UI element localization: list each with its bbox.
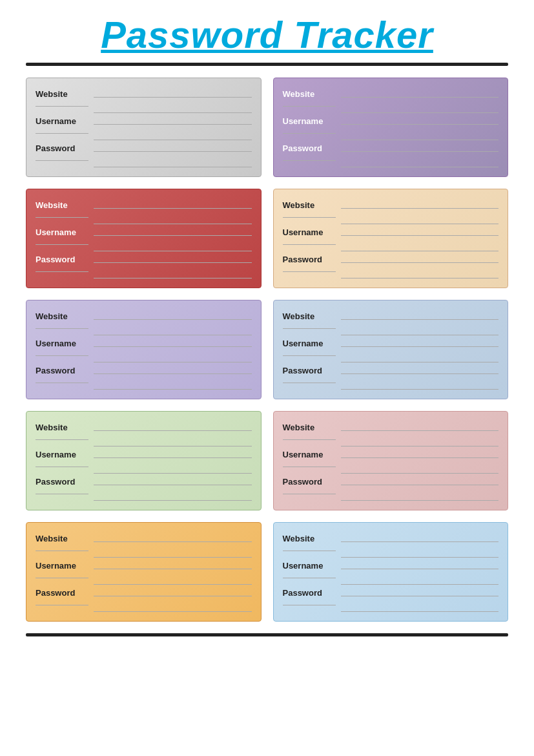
username-input-line-1[interactable] (94, 224, 252, 236)
website-input-line-1[interactable] (94, 308, 252, 320)
card-fields-col (94, 308, 252, 390)
field-group-username (341, 113, 499, 140)
password-input-line-2[interactable] (341, 600, 499, 612)
password-input-line-1[interactable] (341, 140, 499, 152)
label-underline (283, 605, 336, 605)
username-input-line-1[interactable] (341, 558, 499, 569)
website-input-line-1[interactable] (341, 86, 499, 98)
password-input-line-1[interactable] (341, 251, 499, 263)
field-group-password (94, 474, 252, 501)
password-input-line-1[interactable] (94, 474, 252, 485)
website-input-line-2[interactable] (341, 324, 499, 335)
password-input-line-1[interactable] (94, 140, 252, 152)
website-input-line-2[interactable] (341, 546, 499, 558)
website-input-line-1[interactable] (341, 308, 499, 320)
password-input-line-2[interactable] (341, 489, 499, 501)
password-input-line-1[interactable] (94, 585, 252, 596)
password-input-line-2[interactable] (94, 267, 252, 278)
field-group-password (341, 585, 499, 612)
username-input-line-2[interactable] (94, 129, 252, 140)
label-underline (283, 244, 336, 245)
username-input-line-2[interactable] (341, 129, 499, 140)
username-input-line-2[interactable] (341, 573, 499, 585)
password-card-3-0: WebsiteUsernamePassword (26, 411, 262, 510)
username-input-line-2[interactable] (94, 462, 252, 474)
username-input-line-2[interactable] (341, 351, 499, 362)
password-input-line-2[interactable] (94, 156, 252, 167)
password-input-line-1[interactable] (94, 251, 252, 263)
website-input-line-2[interactable] (94, 324, 252, 335)
website-input-line-1[interactable] (341, 419, 499, 431)
card-label-password: Password (36, 588, 88, 599)
website-input-line-2[interactable] (94, 213, 252, 224)
label-underline (283, 217, 336, 218)
cards-row-1: WebsiteUsernamePasswordWebsiteUsernamePa… (26, 189, 508, 288)
cards-row-3: WebsiteUsernamePasswordWebsiteUsernamePa… (26, 411, 508, 510)
card-labels-col: WebsiteUsernamePassword (36, 86, 94, 167)
username-input-line-2[interactable] (94, 351, 252, 362)
field-group-username (94, 335, 252, 362)
username-input-line-1[interactable] (94, 446, 252, 458)
field-group-username (341, 335, 499, 362)
password-input-line-2[interactable] (94, 378, 252, 390)
website-input-line-1[interactable] (94, 86, 252, 98)
website-input-line-1[interactable] (341, 197, 499, 209)
card-labels-col: WebsiteUsernamePassword (283, 419, 341, 501)
card-labels-col: WebsiteUsernamePassword (283, 308, 341, 390)
bottom-divider (26, 633, 508, 636)
password-card-3-1: WebsiteUsernamePassword (273, 411, 509, 510)
card-labels-col: WebsiteUsernamePassword (36, 530, 94, 612)
label-underline (283, 494, 336, 494)
field-group-website (341, 419, 499, 446)
card-label-username: Username (283, 561, 336, 572)
website-input-line-2[interactable] (341, 101, 499, 113)
label-underline (36, 439, 88, 440)
card-label-password: Password (36, 255, 88, 266)
username-input-line-1[interactable] (341, 335, 499, 347)
card-label-website: Website (283, 534, 336, 545)
website-input-line-1[interactable] (341, 530, 499, 542)
website-input-line-2[interactable] (94, 435, 252, 446)
website-input-line-2[interactable] (341, 435, 499, 446)
label-underline (36, 383, 88, 383)
website-input-line-2[interactable] (94, 101, 252, 113)
card-labels-col: WebsiteUsernamePassword (36, 308, 94, 390)
username-input-line-1[interactable] (94, 113, 252, 125)
password-input-line-2[interactable] (341, 267, 499, 278)
field-group-website (94, 86, 252, 113)
username-input-line-1[interactable] (341, 224, 499, 236)
cards-row-0: WebsiteUsernamePasswordWebsiteUsernamePa… (26, 78, 508, 177)
password-input-line-1[interactable] (341, 474, 499, 485)
password-input-line-2[interactable] (341, 156, 499, 167)
card-label-website: Website (283, 423, 336, 434)
card-labels-col: WebsiteUsernamePassword (283, 197, 341, 278)
username-input-line-2[interactable] (94, 573, 252, 585)
card-labels-col: WebsiteUsernamePassword (283, 530, 341, 612)
website-input-line-1[interactable] (94, 530, 252, 542)
card-fields-col (341, 419, 499, 501)
website-input-line-2[interactable] (94, 546, 252, 558)
password-input-line-1[interactable] (341, 585, 499, 596)
password-input-line-1[interactable] (341, 362, 499, 374)
username-input-line-2[interactable] (341, 240, 499, 251)
password-input-line-2[interactable] (94, 600, 252, 612)
card-label-password: Password (283, 366, 336, 377)
website-input-line-2[interactable] (341, 213, 499, 224)
label-underline (36, 328, 88, 329)
username-input-line-2[interactable] (341, 462, 499, 474)
password-input-line-2[interactable] (341, 378, 499, 390)
card-label-username: Username (36, 339, 88, 350)
card-labels-col: WebsiteUsernamePassword (283, 86, 341, 167)
website-input-line-1[interactable] (94, 419, 252, 431)
field-group-website (341, 530, 499, 558)
website-input-line-1[interactable] (94, 197, 252, 209)
username-input-line-2[interactable] (94, 240, 252, 251)
label-underline (36, 578, 88, 578)
label-underline (36, 467, 88, 467)
username-input-line-1[interactable] (341, 113, 499, 125)
username-input-line-1[interactable] (341, 446, 499, 458)
password-input-line-2[interactable] (94, 489, 252, 501)
username-input-line-1[interactable] (94, 558, 252, 569)
username-input-line-1[interactable] (94, 335, 252, 347)
password-input-line-1[interactable] (94, 362, 252, 374)
